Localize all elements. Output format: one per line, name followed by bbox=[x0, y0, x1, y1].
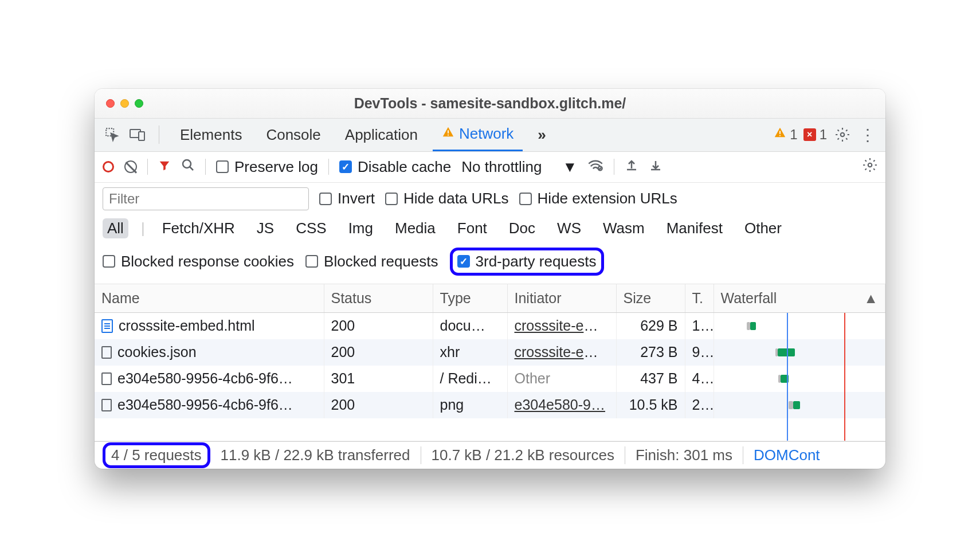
disable-cache-checkbox[interactable]: ✓Disable cache bbox=[339, 158, 451, 176]
request-name: e304e580-9956-4cb6-9f6… bbox=[117, 370, 293, 387]
request-name: cookies.json bbox=[117, 344, 197, 360]
col-time[interactable]: T. bbox=[685, 284, 714, 313]
request-time: 1.. bbox=[685, 312, 714, 339]
tab-elements[interactable]: Elements bbox=[171, 119, 251, 151]
clear-button[interactable] bbox=[124, 160, 137, 173]
filter-bar: Invert Hide data URLs Hide extension URL… bbox=[95, 183, 885, 213]
domcontent-time: DOMCont bbox=[743, 446, 830, 464]
request-initiator[interactable]: crosssite-em… bbox=[515, 317, 610, 334]
request-time: 9.. bbox=[685, 339, 714, 366]
type-filter[interactable]: Other bbox=[740, 218, 786, 238]
warnings-badge[interactable]: 1 bbox=[774, 127, 797, 143]
col-initiator[interactable]: Initiator bbox=[507, 284, 616, 313]
tab-application[interactable]: Application bbox=[336, 119, 427, 151]
errors-badge[interactable]: × 1 bbox=[803, 127, 827, 143]
request-size: 273 B bbox=[616, 339, 685, 366]
settings-icon[interactable] bbox=[833, 125, 852, 144]
table-header-row: Name Status Type Initiator Size T. Water… bbox=[95, 284, 885, 313]
svg-rect-2 bbox=[139, 132, 144, 140]
tabs-overflow[interactable]: » bbox=[528, 119, 555, 151]
col-waterfall[interactable]: Waterfall▲ bbox=[714, 284, 885, 313]
filter-input[interactable] bbox=[103, 187, 309, 210]
warning-icon bbox=[774, 127, 786, 143]
svg-rect-6 bbox=[779, 135, 781, 136]
third-party-checkbox[interactable]: ✓3rd-party requests bbox=[457, 253, 597, 270]
type-filters: All | Fetch/XHR JS CSS Img Media Font Do… bbox=[95, 213, 885, 244]
transferred-size: 11.9 kB / 22.9 kB transferred bbox=[210, 446, 421, 464]
blocked-requests-checkbox[interactable]: Blocked requests bbox=[305, 253, 438, 270]
sort-indicator: ▲ bbox=[864, 290, 878, 307]
request-time: 2.. bbox=[685, 392, 714, 418]
import-har-icon[interactable] bbox=[649, 158, 663, 176]
file-icon bbox=[101, 399, 112, 411]
document-icon bbox=[101, 319, 113, 333]
requests-count: 4 / 5 requests bbox=[111, 446, 202, 464]
request-initiator[interactable]: Other bbox=[515, 370, 551, 386]
waterfall-cell bbox=[721, 317, 879, 335]
request-type: / Redi… bbox=[433, 366, 507, 392]
blocked-cookies-checkbox[interactable]: Blocked response cookies bbox=[103, 253, 294, 270]
file-icon bbox=[101, 346, 112, 359]
network-toolbar: Preserve log ✓Disable cache No throttlin… bbox=[95, 152, 885, 183]
finish-time: Finish: 301 ms bbox=[625, 446, 743, 464]
type-filter[interactable]: Font bbox=[453, 218, 492, 238]
request-size: 10.5 kB bbox=[616, 392, 685, 418]
svg-point-11 bbox=[868, 163, 872, 167]
tab-console[interactable]: Console bbox=[257, 119, 330, 151]
type-filter[interactable]: Img bbox=[344, 218, 378, 238]
request-type: xhr bbox=[433, 339, 507, 366]
type-filter[interactable]: Wasm bbox=[598, 218, 649, 238]
request-status: 301 bbox=[324, 366, 433, 392]
titlebar: DevTools - samesite-sandbox.glitch.me/ bbox=[95, 89, 885, 119]
type-filter[interactable]: CSS bbox=[291, 218, 331, 238]
export-har-icon[interactable] bbox=[625, 158, 638, 176]
request-initiator[interactable]: e304e580-9… bbox=[515, 397, 605, 413]
throttling-select[interactable]: No throttling ▼ bbox=[461, 158, 577, 176]
type-filter[interactable]: Manifest bbox=[662, 218, 727, 238]
table-row[interactable]: e304e580-9956-4cb6-9f6…301/ Redi…Other43… bbox=[95, 366, 885, 392]
col-name[interactable]: Name bbox=[95, 284, 324, 313]
svg-rect-4 bbox=[448, 135, 449, 136]
svg-rect-5 bbox=[779, 131, 781, 134]
record-button[interactable] bbox=[103, 161, 114, 172]
request-initiator[interactable]: crosssite-em… bbox=[515, 344, 610, 360]
request-status: 200 bbox=[324, 392, 433, 418]
table-row[interactable]: crosssite-embed.html200docu…crosssite-em… bbox=[95, 312, 885, 339]
tab-network[interactable]: Network bbox=[433, 119, 523, 151]
request-name: crosssite-embed.html bbox=[119, 317, 255, 334]
window-title: DevTools - samesite-sandbox.glitch.me/ bbox=[95, 95, 885, 112]
devtools-window: DevTools - samesite-sandbox.glitch.me/ E… bbox=[95, 89, 885, 469]
col-size[interactable]: Size bbox=[616, 284, 685, 313]
request-size: 629 B bbox=[616, 312, 685, 339]
type-filter[interactable]: WS bbox=[552, 218, 586, 238]
table-row[interactable]: e304e580-9956-4cb6-9f6…200pnge304e580-9…… bbox=[95, 392, 885, 418]
hide-data-urls-checkbox[interactable]: Hide data URLs bbox=[385, 190, 509, 207]
waterfall-cell bbox=[721, 344, 879, 361]
preserve-log-checkbox[interactable]: Preserve log bbox=[216, 158, 318, 176]
requests-count-highlight: 4 / 5 requests bbox=[103, 442, 210, 468]
invert-checkbox[interactable]: Invert bbox=[319, 190, 375, 207]
request-status: 200 bbox=[324, 312, 433, 339]
type-filter[interactable]: JS bbox=[252, 218, 279, 238]
request-size: 437 B bbox=[616, 366, 685, 392]
svg-point-7 bbox=[841, 133, 845, 137]
network-conditions-icon[interactable] bbox=[587, 158, 603, 176]
filter-toggle-icon[interactable] bbox=[158, 158, 171, 176]
type-filter[interactable]: Fetch/XHR bbox=[158, 218, 240, 238]
third-party-highlight: ✓3rd-party requests bbox=[450, 248, 604, 276]
type-filter[interactable]: Doc bbox=[504, 218, 540, 238]
type-filter[interactable]: Media bbox=[390, 218, 440, 238]
inspect-icon[interactable] bbox=[103, 125, 122, 144]
request-status: 200 bbox=[324, 339, 433, 366]
col-status[interactable]: Status bbox=[324, 284, 433, 313]
device-toggle-icon[interactable] bbox=[128, 125, 147, 144]
type-filter-all[interactable]: All bbox=[103, 218, 128, 238]
col-type[interactable]: Type bbox=[433, 284, 507, 313]
hide-extension-urls-checkbox[interactable]: Hide extension URLs bbox=[519, 190, 677, 207]
request-name: e304e580-9956-4cb6-9f6… bbox=[117, 397, 293, 413]
table-row[interactable]: cookies.json200xhrcrosssite-em…273 B9.. bbox=[95, 339, 885, 366]
svg-point-8 bbox=[183, 160, 191, 168]
search-icon[interactable] bbox=[181, 158, 195, 176]
panel-settings-icon[interactable] bbox=[863, 158, 877, 176]
more-icon[interactable]: ⋮ bbox=[858, 125, 877, 144]
